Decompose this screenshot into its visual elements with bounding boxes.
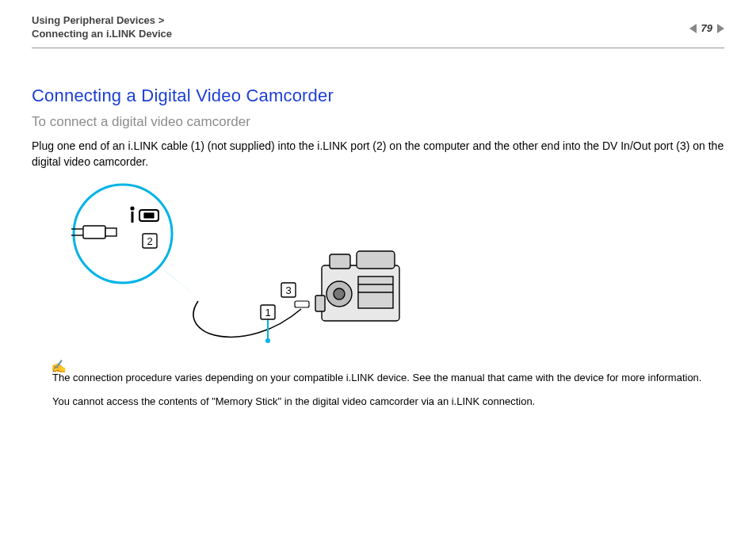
- page-content: Connecting a Digital Video Camcorder To …: [32, 86, 724, 420]
- callout-2-label: 2: [147, 235, 152, 247]
- section-title: Connecting a Digital Video Camcorder: [32, 86, 724, 106]
- note-icon: ✍: [51, 359, 67, 374]
- prev-page-arrow-icon[interactable]: [689, 24, 697, 33]
- note-text-2: You cannot access the contents of "Memor…: [52, 395, 724, 409]
- notes-block: ✍ The connection procedure varies depend…: [52, 372, 724, 410]
- callout-3-label: 3: [285, 284, 291, 296]
- page-number: 79: [701, 22, 712, 34]
- svg-rect-9: [144, 213, 154, 218]
- camcorder-icon: [315, 251, 399, 321]
- page-container: Using Peripheral Devices > Connecting an…: [0, 0, 756, 534]
- svg-rect-11: [295, 301, 309, 307]
- svg-rect-2: [83, 226, 105, 238]
- next-page-arrow-icon[interactable]: [717, 24, 724, 33]
- page-nav: 79: [689, 22, 724, 34]
- svg-rect-17: [330, 254, 350, 269]
- svg-point-6: [131, 207, 134, 210]
- note-text-1: The connection procedure varies dependin…: [52, 372, 724, 385]
- diagram-svg: 2 1 3: [40, 178, 452, 360]
- instruction-text: Plug one end of an i.LINK cable (1) (not…: [32, 138, 724, 170]
- page-header: Using Peripheral Devices > Connecting an…: [32, 14, 724, 48]
- svg-rect-3: [105, 228, 116, 236]
- svg-rect-18: [357, 251, 395, 269]
- section-subtitle: To connect a digital video camcorder: [32, 114, 724, 130]
- breadcrumb-line2: Connecting an i.LINK Device: [32, 28, 724, 40]
- svg-marker-1: [158, 265, 202, 301]
- breadcrumb-line1: Using Peripheral Devices >: [32, 14, 724, 26]
- callout-1-label: 1: [265, 307, 270, 318]
- svg-point-13: [265, 338, 270, 343]
- svg-rect-24: [315, 296, 325, 311]
- connection-diagram: 2 1 3: [40, 178, 452, 360]
- svg-point-20: [334, 288, 345, 299]
